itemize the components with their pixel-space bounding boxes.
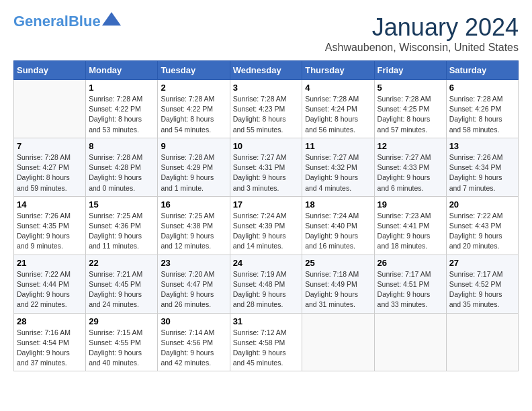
day-number: 7: [17, 141, 83, 151]
calendar-day-cell: 18Sunrise: 7:24 AMSunset: 4:40 PMDayligh…: [302, 196, 374, 255]
day-number: 12: [378, 141, 443, 151]
day-info: Sunrise: 7:12 AMSunset: 4:58 PMDaylight:…: [233, 328, 300, 369]
logo-text: GeneralBlue: [13, 13, 101, 30]
day-info: Sunrise: 7:27 AMSunset: 4:32 PMDaylight:…: [305, 152, 371, 193]
calendar-day-cell: [302, 313, 374, 371]
calendar-day-cell: 11Sunrise: 7:27 AMSunset: 4:32 PMDayligh…: [302, 138, 374, 196]
calendar-day-cell: 17Sunrise: 7:24 AMSunset: 4:39 PMDayligh…: [230, 196, 302, 255]
day-number: 30: [161, 316, 226, 326]
calendar-day-cell: 20Sunrise: 7:22 AMSunset: 4:43 PMDayligh…: [446, 196, 518, 255]
calendar-day-cell: 14Sunrise: 7:26 AMSunset: 4:35 PMDayligh…: [14, 196, 86, 255]
calendar-day-cell: 16Sunrise: 7:25 AMSunset: 4:38 PMDayligh…: [158, 196, 230, 255]
day-number: 27: [449, 258, 515, 268]
logo-icon: [102, 12, 121, 26]
logo: GeneralBlue: [13, 13, 121, 30]
day-number: 20: [449, 199, 515, 210]
day-info: Sunrise: 7:16 AMSunset: 4:54 PMDaylight:…: [17, 328, 83, 369]
calendar-day-cell: 3Sunrise: 7:28 AMSunset: 4:23 PMDaylight…: [230, 80, 302, 138]
day-info: Sunrise: 7:21 AMSunset: 4:45 PMDaylight:…: [89, 269, 154, 310]
calendar-day-cell: 24Sunrise: 7:19 AMSunset: 4:48 PMDayligh…: [230, 255, 302, 313]
day-info: Sunrise: 7:27 AMSunset: 4:31 PMDaylight:…: [233, 152, 300, 193]
day-number: 10: [233, 141, 300, 151]
day-number: 21: [17, 258, 83, 268]
day-info: Sunrise: 7:27 AMSunset: 4:33 PMDaylight:…: [378, 152, 443, 193]
day-info: Sunrise: 7:25 AMSunset: 4:38 PMDaylight:…: [161, 211, 226, 252]
month-title: January 2024: [325, 13, 519, 42]
day-info: Sunrise: 7:24 AMSunset: 4:39 PMDaylight:…: [233, 211, 300, 252]
day-info: Sunrise: 7:24 AMSunset: 4:40 PMDaylight:…: [305, 211, 371, 252]
day-info: Sunrise: 7:19 AMSunset: 4:48 PMDaylight:…: [233, 269, 300, 310]
day-info: Sunrise: 7:28 AMSunset: 4:27 PMDaylight:…: [17, 152, 83, 193]
day-number: 5: [378, 83, 443, 93]
weekday-header-cell: Saturday: [446, 61, 518, 80]
calendar-day-cell: 27Sunrise: 7:17 AMSunset: 4:52 PMDayligh…: [446, 255, 518, 313]
calendar-day-cell: [14, 80, 86, 138]
day-info: Sunrise: 7:28 AMSunset: 4:23 PMDaylight:…: [233, 94, 300, 135]
day-info: Sunrise: 7:22 AMSunset: 4:43 PMDaylight:…: [449, 211, 515, 252]
calendar-day-cell: 21Sunrise: 7:22 AMSunset: 4:44 PMDayligh…: [14, 255, 86, 313]
day-info: Sunrise: 7:22 AMSunset: 4:44 PMDaylight:…: [17, 269, 83, 310]
day-number: 11: [305, 141, 371, 151]
calendar-day-cell: 12Sunrise: 7:27 AMSunset: 4:33 PMDayligh…: [374, 138, 446, 196]
calendar-week-row: 14Sunrise: 7:26 AMSunset: 4:35 PMDayligh…: [14, 196, 519, 255]
calendar-day-cell: 8Sunrise: 7:28 AMSunset: 4:28 PMDaylight…: [86, 138, 158, 196]
calendar-day-cell: 26Sunrise: 7:17 AMSunset: 4:51 PMDayligh…: [374, 255, 446, 313]
day-info: Sunrise: 7:20 AMSunset: 4:47 PMDaylight:…: [161, 269, 226, 310]
calendar-day-cell: 25Sunrise: 7:18 AMSunset: 4:49 PMDayligh…: [302, 255, 374, 313]
weekday-header-cell: Thursday: [302, 61, 374, 80]
day-number: 28: [17, 316, 83, 326]
svg-marker-0: [102, 12, 121, 26]
day-number: 8: [89, 141, 154, 151]
day-number: 19: [378, 199, 443, 210]
weekday-header-cell: Tuesday: [158, 61, 230, 80]
day-info: Sunrise: 7:28 AMSunset: 4:22 PMDaylight:…: [89, 94, 154, 135]
day-number: 4: [305, 83, 371, 93]
calendar-day-cell: 5Sunrise: 7:28 AMSunset: 4:25 PMDaylight…: [374, 80, 446, 138]
day-number: 2: [161, 83, 226, 93]
calendar-day-cell: [446, 313, 518, 371]
calendar-week-row: 28Sunrise: 7:16 AMSunset: 4:54 PMDayligh…: [14, 313, 519, 371]
weekday-header-row: SundayMondayTuesdayWednesdayThursdayFrid…: [14, 61, 519, 80]
day-number: 14: [17, 199, 83, 210]
weekday-header-cell: Monday: [86, 61, 158, 80]
calendar-week-row: 1Sunrise: 7:28 AMSunset: 4:22 PMDaylight…: [14, 80, 519, 138]
day-number: 16: [161, 199, 226, 210]
day-info: Sunrise: 7:17 AMSunset: 4:52 PMDaylight:…: [449, 269, 515, 310]
calendar-day-cell: 7Sunrise: 7:28 AMSunset: 4:27 PMDaylight…: [14, 138, 86, 196]
day-info: Sunrise: 7:17 AMSunset: 4:51 PMDaylight:…: [378, 269, 443, 310]
day-info: Sunrise: 7:26 AMSunset: 4:34 PMDaylight:…: [449, 152, 515, 193]
day-number: 25: [305, 258, 371, 268]
location-text: Ashwaubenon, Wisconsin, United States: [325, 42, 519, 54]
day-number: 1: [89, 83, 154, 93]
weekday-header-cell: Sunday: [14, 61, 86, 80]
calendar-day-cell: 31Sunrise: 7:12 AMSunset: 4:58 PMDayligh…: [230, 313, 302, 371]
calendar-day-cell: 23Sunrise: 7:20 AMSunset: 4:47 PMDayligh…: [158, 255, 230, 313]
day-info: Sunrise: 7:28 AMSunset: 4:24 PMDaylight:…: [305, 94, 371, 135]
calendar-day-cell: 1Sunrise: 7:28 AMSunset: 4:22 PMDaylight…: [86, 80, 158, 138]
day-info: Sunrise: 7:28 AMSunset: 4:29 PMDaylight:…: [161, 152, 226, 193]
page-header: GeneralBlue January 2024 Ashwaubenon, Wi…: [13, 13, 519, 54]
calendar-day-cell: 10Sunrise: 7:27 AMSunset: 4:31 PMDayligh…: [230, 138, 302, 196]
calendar-day-cell: 9Sunrise: 7:28 AMSunset: 4:29 PMDaylight…: [158, 138, 230, 196]
day-info: Sunrise: 7:26 AMSunset: 4:35 PMDaylight:…: [17, 211, 83, 252]
day-info: Sunrise: 7:23 AMSunset: 4:41 PMDaylight:…: [378, 211, 443, 252]
calendar-day-cell: 29Sunrise: 7:15 AMSunset: 4:55 PMDayligh…: [86, 313, 158, 371]
day-info: Sunrise: 7:25 AMSunset: 4:36 PMDaylight:…: [89, 211, 154, 252]
day-info: Sunrise: 7:28 AMSunset: 4:22 PMDaylight:…: [161, 94, 226, 135]
calendar-day-cell: 22Sunrise: 7:21 AMSunset: 4:45 PMDayligh…: [86, 255, 158, 313]
calendar-day-cell: [374, 313, 446, 371]
day-info: Sunrise: 7:28 AMSunset: 4:26 PMDaylight:…: [449, 94, 515, 135]
calendar-week-row: 21Sunrise: 7:22 AMSunset: 4:44 PMDayligh…: [14, 255, 519, 313]
day-number: 17: [233, 199, 300, 210]
day-info: Sunrise: 7:28 AMSunset: 4:25 PMDaylight:…: [378, 94, 443, 135]
calendar-week-row: 7Sunrise: 7:28 AMSunset: 4:27 PMDaylight…: [14, 138, 519, 196]
calendar-day-cell: 28Sunrise: 7:16 AMSunset: 4:54 PMDayligh…: [14, 313, 86, 371]
calendar-day-cell: 15Sunrise: 7:25 AMSunset: 4:36 PMDayligh…: [86, 196, 158, 255]
day-info: Sunrise: 7:14 AMSunset: 4:56 PMDaylight:…: [161, 328, 226, 369]
calendar-day-cell: 4Sunrise: 7:28 AMSunset: 4:24 PMDaylight…: [302, 80, 374, 138]
day-number: 6: [449, 83, 515, 93]
day-number: 15: [89, 199, 154, 210]
day-info: Sunrise: 7:18 AMSunset: 4:49 PMDaylight:…: [305, 269, 371, 310]
day-number: 13: [449, 141, 515, 151]
day-info: Sunrise: 7:15 AMSunset: 4:55 PMDaylight:…: [89, 328, 154, 369]
